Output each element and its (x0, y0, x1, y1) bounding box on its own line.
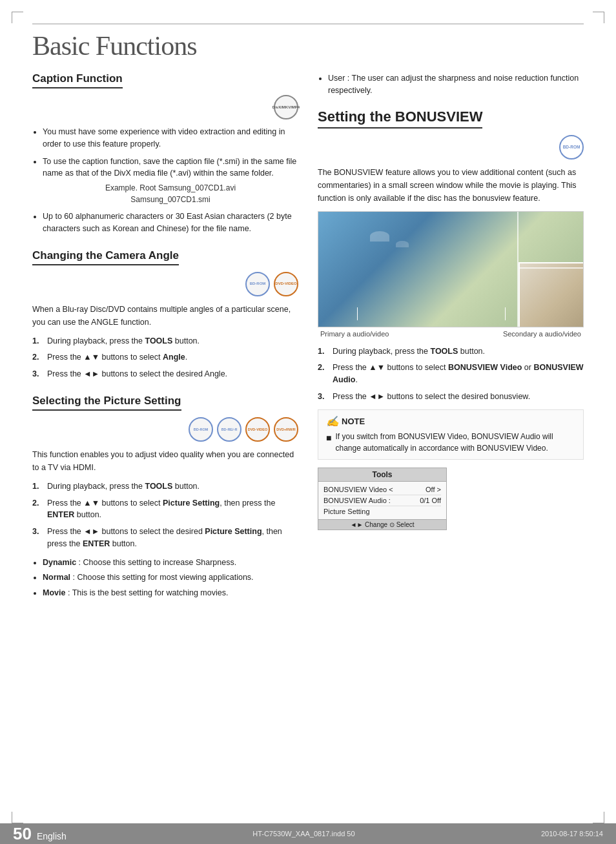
corner-mark-br (593, 812, 604, 823)
bd-rom-icon: BD-ROM (245, 272, 270, 296)
note-block: ✍ NOTE ■ If you switch from BONUSVIEW Vi… (318, 409, 584, 460)
picture-sub-movie: Movie : This is the best setting for wat… (43, 587, 298, 599)
corner-mark-tl (12, 12, 23, 23)
user-bullet-list: User : The user can adjust the sharpness… (318, 72, 584, 97)
divx-icon: DivX/MKV/MP4 (274, 95, 298, 119)
caption-function-section: Caption Function DivX/MKV/MP4 You must h… (32, 72, 298, 235)
picture-dvd-pm-icon: DVD+RW/R (274, 417, 298, 442)
bonusview-step-1: 1. During playback, press the TOOLS butt… (318, 345, 584, 358)
camera-steps: 1. During playback, press the TOOLS butt… (32, 335, 298, 380)
secondary-label: Secondary a audio/video (503, 330, 581, 338)
caption-disc-icons: DivX/MKV/MP4 (32, 95, 298, 119)
divider-h (518, 267, 583, 269)
user-bullet: User : The user can adjust the sharpness… (328, 72, 584, 97)
bonusview-intro: The BONUSVIEW feature allows you to view… (318, 166, 584, 205)
caption-function-heading: Caption Function (32, 72, 123, 88)
picture-step-1: 1. During playback, press the TOOLS butt… (32, 480, 298, 493)
corner-mark-bl (12, 812, 23, 823)
caption-bullet-3: Up to 60 alphanumeric characters or 30 E… (43, 211, 298, 235)
page-footer: 50 English HT-C7530W_XAA_0817.indd 50 20… (0, 823, 616, 844)
camera-step-2: 2. Press the ▲▼ buttons to select Angle. (32, 351, 298, 364)
camera-angle-section: Changing the Camera Angle BD-ROM DVD-VID… (32, 249, 298, 380)
cat-image (518, 262, 583, 327)
camera-angle-heading: Changing the Camera Angle (32, 249, 179, 265)
bonusview-steps: 1. During playback, press the TOOLS butt… (318, 345, 584, 403)
left-column: Caption Function DivX/MKV/MP4 You must h… (32, 72, 298, 613)
camera-step-1: 1. During playback, press the TOOLS butt… (32, 335, 298, 347)
camera-intro: When a Blu-ray Disc/DVD contains multipl… (32, 303, 298, 329)
caption-bullet-2: To use the caption function, save the ca… (43, 156, 298, 206)
tools-table-header: Tools (318, 468, 446, 482)
bird-shape-1 (370, 231, 389, 242)
picture-steps: 1. During playback, press the TOOLS butt… (32, 480, 298, 550)
picture-bd-re-icon: BD-RE/-R (217, 417, 241, 442)
divider-v (517, 212, 518, 327)
bonusview-step-3: 3. Press the ◄► buttons to select the de… (318, 391, 584, 403)
camera-disc-icons: BD-ROM DVD-VIDEO (32, 272, 298, 296)
tools-row-2: BONUSVIEW Audio : 0/1 Off (323, 495, 441, 506)
columns-layout: Caption Function DivX/MKV/MP4 You must h… (32, 72, 584, 613)
bird-shape-2 (396, 241, 409, 247)
right-column: User : The user can adjust the sharpness… (318, 72, 584, 613)
bonusview-disc-icons: BD-ROM (318, 135, 584, 160)
bonusview-heading: Setting the BONUSVIEW (318, 108, 482, 129)
picture-intro: This function enables you to adjust vide… (32, 448, 298, 474)
page-title: Basic Functions (32, 23, 584, 61)
caption-bullets: You must have some experience with video… (32, 126, 298, 235)
page-number-block: 50 English (13, 825, 67, 842)
picture-dvd-video-icon: DVD-VIDEO (245, 417, 270, 442)
note-icon: ✍ (326, 415, 339, 427)
footer-right: 2010-08-17 8:50:14 (541, 830, 603, 838)
picture-sub-bullets: Dynamic : Choose this setting to increas… (32, 557, 298, 599)
tools-row-3: Picture Setting (323, 506, 441, 517)
tools-row-1: BONUSVIEW Video < Off > (323, 484, 441, 495)
picture-sub-normal: Normal : Choose this setting for most vi… (43, 571, 298, 584)
page-number: 50 (13, 825, 32, 842)
picture-step-3: 3. Press the ◄► buttons to select the de… (32, 526, 298, 550)
note-title: ✍ NOTE (326, 415, 575, 427)
secondary-indicator (505, 307, 506, 320)
tools-table-body: BONUSVIEW Video < Off > BONUSVIEW Audio … (318, 482, 446, 519)
page-wrapper: Basic Functions Caption Function DivX/MK… (0, 0, 616, 844)
picture-disc-icons: BD-ROM BD-RE/-R DVD-VIDEO DVD+RW/R (32, 417, 298, 442)
tools-footer: ◄► Change ⊙ Select (318, 519, 446, 530)
note-text: ■ If you switch from BONUSVIEW Video, BO… (326, 431, 575, 454)
bonusview-bd-icon: BD-ROM (559, 135, 584, 160)
content-area: Basic Functions Caption Function DivX/MK… (0, 0, 616, 652)
corner-mark-tr (593, 12, 604, 23)
bonusview-image (318, 211, 584, 327)
dvd-video-icon: DVD-VIDEO (274, 272, 298, 296)
picture-setting-heading: Selecting the Picture Setting (32, 395, 181, 411)
bonusview-labels: Primary a audio/video Secondary a audio/… (318, 330, 584, 338)
bonusview-section: Setting the BONUSVIEW BD-ROM The BONUSVI… (318, 108, 584, 530)
picture-setting-section: Selecting the Picture Setting BD-ROM BD-… (32, 395, 298, 599)
picture-bd-rom-icon: BD-ROM (189, 417, 213, 442)
footer-left: HT-C7530W_XAA_0817.indd 50 (252, 830, 354, 838)
primary-label: Primary a audio/video (320, 330, 389, 338)
picture-step-2: 2. Press the ▲▼ buttons to select Pictur… (32, 497, 298, 522)
camera-step-3: 3. Press the ◄► buttons to select the de… (32, 368, 298, 380)
example-block: Example. Root Samsung_007CD1.avi Samsung… (43, 182, 298, 205)
page-language: English (37, 831, 67, 841)
caption-bullet-1: You must have some experience with video… (43, 126, 298, 150)
tools-table: Tools BONUSVIEW Video < Off > BONUSVIEW … (318, 468, 447, 530)
bonusview-step-2: 2. Press the ▲▼ buttons to select BONUSV… (318, 362, 584, 386)
primary-indicator (357, 307, 358, 320)
picture-sub-dynamic: Dynamic : Choose this setting to increas… (43, 557, 298, 569)
